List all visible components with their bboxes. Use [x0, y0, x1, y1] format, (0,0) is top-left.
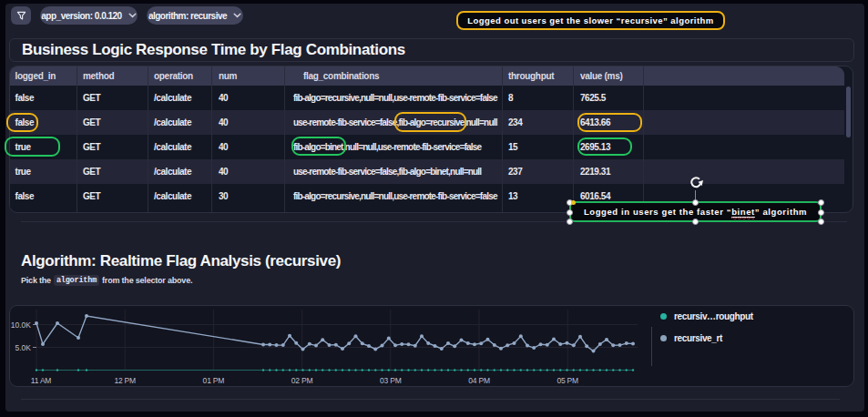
- svg-text:03 PM: 03 PM: [380, 376, 402, 385]
- svg-text:04 PM: 04 PM: [468, 376, 490, 385]
- svg-text:05 PM: 05 PM: [557, 376, 578, 385]
- svg-text:5.0K: 5.0K: [15, 343, 32, 352]
- svg-text:01 PM: 01 PM: [203, 376, 225, 385]
- svg-text:11 AM: 11 AM: [31, 376, 52, 385]
- svg-text:10.0K: 10.0K: [11, 320, 32, 330]
- svg-text:02 PM: 02 PM: [291, 376, 313, 385]
- svg-text:12 PM: 12 PM: [114, 376, 136, 385]
